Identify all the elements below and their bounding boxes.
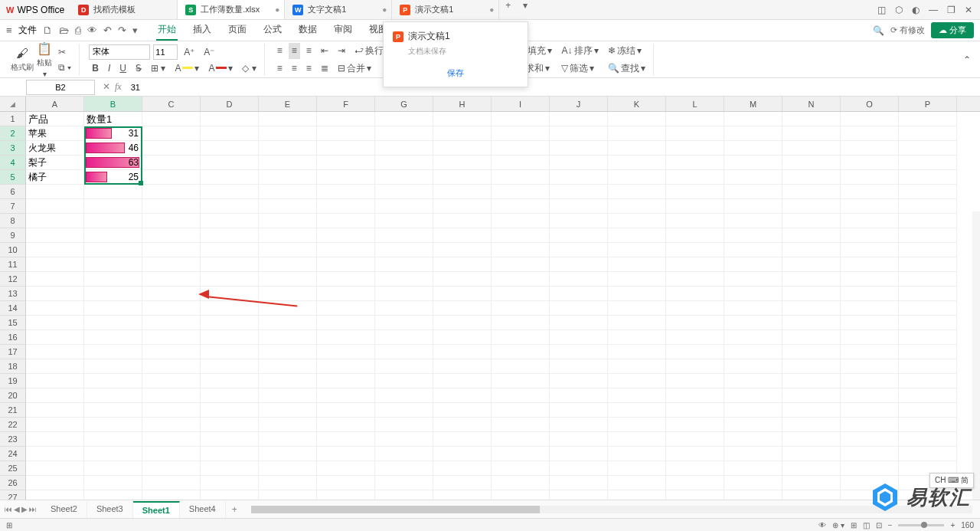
horizontal-scrollbar[interactable] [251,506,972,513]
cell[interactable] [841,112,899,126]
ribbon-start[interactable]: 开始 [156,20,178,41]
cell[interactable] [608,185,666,199]
cell[interactable] [841,330,899,345]
cell[interactable] [899,418,957,432]
cell[interactable] [317,476,375,490]
font-family-select[interactable] [89,44,150,60]
border-button[interactable]: ⊞ ▾ [148,61,168,75]
cell[interactable] [724,447,782,461]
cell[interactable] [375,316,433,330]
cell[interactable] [724,301,782,316]
cell[interactable] [433,374,492,388]
cell[interactable] [84,243,142,257]
cell[interactable] [201,141,259,156]
sheet-first-icon[interactable]: ⏮ [5,505,12,513]
status-icon[interactable]: ⊞ [6,521,12,529]
cell[interactable] [608,345,666,359]
cell[interactable] [201,214,259,228]
cell[interactable] [899,359,957,374]
cell[interactable] [899,447,957,461]
cell[interactable] [608,432,666,447]
bold-button[interactable]: B [89,61,102,75]
cell[interactable] [899,228,957,243]
cell[interactable] [550,418,608,432]
cell[interactable] [608,112,666,126]
cell[interactable] [201,228,259,243]
cell[interactable] [782,418,841,432]
layout-icon[interactable]: ◫ [877,5,886,15]
cell[interactable] [550,359,608,374]
cell[interactable] [666,374,724,388]
cell[interactable] [375,287,433,301]
cell[interactable] [317,359,375,374]
cell[interactable] [492,170,550,185]
row-header-12[interactable]: 12 [0,272,26,287]
cell[interactable] [724,126,782,141]
row-header-20[interactable]: 20 [0,388,26,403]
tab-menu-button[interactable]: ▾ [517,0,534,19]
cell[interactable] [899,243,957,257]
popup-save-button[interactable]: 保存 [393,67,518,79]
col-header-F[interactable]: F [317,97,375,111]
cell[interactable] [666,126,724,141]
cell[interactable] [724,272,782,287]
cell[interactable]: 25 [84,170,142,185]
cell[interactable] [259,345,317,359]
cell[interactable] [142,345,201,359]
indent-right-button[interactable]: ⇥ [335,43,348,59]
cell[interactable] [375,257,433,272]
cell[interactable] [724,461,782,476]
cell[interactable] [608,388,666,403]
cell[interactable] [317,461,375,476]
sort-button[interactable]: A↓ 排序 ▾ [558,43,601,59]
font-size-select[interactable] [153,44,178,60]
cell[interactable] [782,403,841,418]
row-header-5[interactable]: 5 [0,170,26,185]
cell[interactable] [201,388,259,403]
cell[interactable] [492,126,550,141]
cell[interactable] [317,287,375,301]
cell[interactable] [142,185,201,199]
eye-icon[interactable]: 👁 [818,521,826,529]
cell[interactable] [899,388,957,403]
cell[interactable] [724,141,782,156]
cell[interactable] [782,141,841,156]
row-header-10[interactable]: 10 [0,243,26,257]
cell[interactable] [317,170,375,185]
cell[interactable] [201,432,259,447]
ribbon-data[interactable]: 数据 [297,20,318,41]
cell[interactable] [492,403,550,418]
cell[interactable] [375,243,433,257]
cell[interactable] [899,199,957,214]
cell[interactable] [26,185,84,199]
wrap-button[interactable]: ⮐ 换行 [351,43,387,59]
cell[interactable] [259,156,317,170]
cell[interactable] [899,170,957,185]
align-left-button[interactable]: ≡ [274,61,286,77]
cell[interactable]: 46 [84,141,142,156]
cell[interactable] [259,243,317,257]
cell[interactable] [84,316,142,330]
cell[interactable] [201,330,259,345]
cell[interactable] [608,170,666,185]
cell[interactable] [550,214,608,228]
cell[interactable] [375,345,433,359]
name-box[interactable] [26,80,95,95]
cell[interactable] [142,141,201,156]
row-header-23[interactable]: 23 [0,432,26,447]
cell[interactable] [259,374,317,388]
cell[interactable] [201,359,259,374]
row-header-9[interactable]: 9 [0,228,26,243]
cell[interactable] [899,403,957,418]
row-header-1[interactable]: 1 [0,112,26,126]
cell[interactable] [26,447,84,461]
row-header-3[interactable]: 3 [0,141,26,156]
cell[interactable] [666,476,724,490]
cell[interactable] [666,345,724,359]
cell[interactable] [259,447,317,461]
cell[interactable] [84,345,142,359]
cell[interactable] [142,214,201,228]
cell[interactable] [259,228,317,243]
sheet-tab-Sheet4[interactable]: Sheet4 [180,501,226,518]
cell[interactable] [550,345,608,359]
